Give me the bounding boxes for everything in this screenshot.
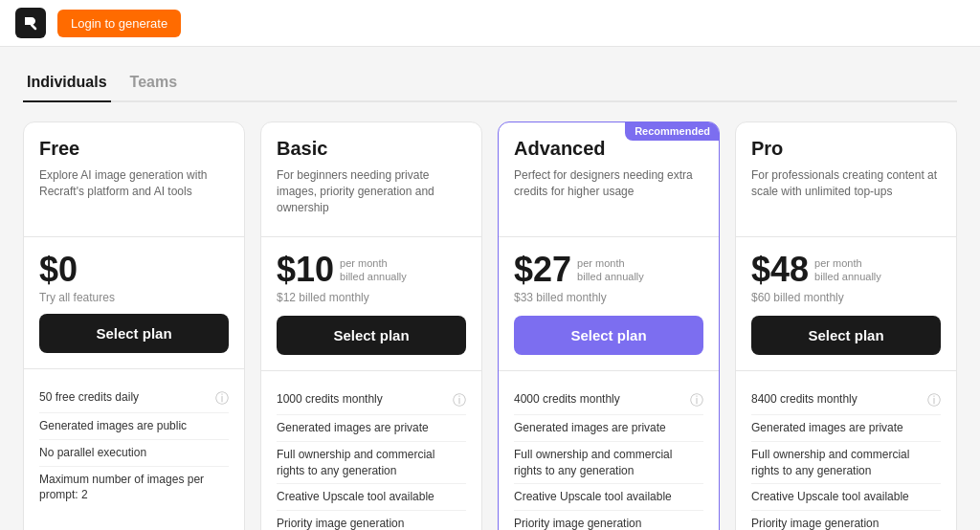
feature-item: Generated images are private bbox=[514, 415, 703, 442]
feature-item: Creative Upscale tool available bbox=[277, 484, 466, 511]
info-icon: ⓘ bbox=[927, 392, 941, 409]
price-amount: $48 bbox=[751, 253, 809, 287]
feature-text: Maximum number of images per prompt: 2 bbox=[39, 472, 229, 504]
feature-text: Priority image generation bbox=[277, 516, 466, 530]
recommended-badge: Recommended bbox=[625, 121, 720, 141]
plan-pricing: $10 per month billed annually $12 billed… bbox=[261, 237, 481, 371]
plan-name: Pro bbox=[751, 138, 941, 160]
tab-individuals[interactable]: Individuals bbox=[23, 66, 111, 102]
tab-teams[interactable]: Teams bbox=[126, 66, 182, 102]
feature-item: Full ownership and commercial rights to … bbox=[277, 442, 466, 485]
top-bar: Login to generate bbox=[0, 0, 980, 47]
plan-desc: Perfect for designers needing extra cred… bbox=[514, 167, 703, 200]
plan-header: Free Explore AI image generation with Re… bbox=[24, 122, 244, 237]
price-period: per month bbox=[577, 256, 644, 270]
tabs: IndividualsTeams bbox=[23, 66, 957, 102]
feature-text: Full ownership and commercial rights to … bbox=[277, 447, 466, 479]
feature-item: Creative Upscale tool available bbox=[514, 484, 703, 511]
plans-grid: Free Explore AI image generation with Re… bbox=[23, 121, 957, 530]
login-button[interactable]: Login to generate bbox=[57, 10, 181, 37]
feature-text: 50 free credits daily bbox=[39, 389, 212, 406]
feature-item: Priority image generation bbox=[751, 511, 941, 530]
plan-card-pro: Pro For professionals creating content a… bbox=[735, 121, 957, 530]
select-plan-button-pro[interactable]: Select plan bbox=[751, 316, 941, 355]
info-icon: ⓘ bbox=[215, 390, 229, 408]
plan-desc: For professionals creating content at sc… bbox=[751, 167, 941, 200]
feature-text: Full ownership and commercial rights to … bbox=[751, 447, 941, 479]
info-icon: ⓘ bbox=[690, 392, 703, 409]
try-label: Try all features bbox=[39, 291, 229, 304]
plan-header: Pro For professionals creating content a… bbox=[736, 122, 956, 237]
plan-header: Basic For beginners needing private imag… bbox=[261, 122, 481, 237]
info-icon: ⓘ bbox=[453, 392, 466, 409]
feature-item: No parallel execution bbox=[39, 440, 229, 467]
plan-pricing: $48 per month billed annually $60 billed… bbox=[736, 237, 956, 371]
plan-features: 4000 credits monthly ⓘ Generated images … bbox=[499, 371, 719, 530]
plan-card-basic: Basic For beginners needing private imag… bbox=[260, 121, 482, 530]
price-monthly-note: $33 billed monthly bbox=[514, 291, 703, 304]
select-plan-button-advanced[interactable]: Select plan bbox=[514, 316, 703, 355]
price-period: per month bbox=[340, 256, 407, 270]
plan-pricing: $27 per month billed annually $33 billed… bbox=[499, 237, 719, 371]
feature-item: 8400 credits monthly ⓘ bbox=[751, 386, 941, 415]
select-plan-button-basic[interactable]: Select plan bbox=[277, 316, 466, 355]
price-billed: billed annually bbox=[814, 270, 881, 283]
feature-text: Generated images are private bbox=[751, 420, 941, 436]
price-amount: $0 bbox=[39, 253, 78, 287]
price-meta: per month billed annually bbox=[814, 253, 881, 284]
feature-text: 8400 credits monthly bbox=[751, 391, 924, 408]
plan-name: Advanced bbox=[514, 138, 703, 160]
feature-text: Generated images are private bbox=[514, 420, 703, 436]
feature-text: Creative Upscale tool available bbox=[514, 489, 703, 505]
feature-text: 4000 credits monthly bbox=[514, 391, 686, 408]
price-monthly-note: $12 billed monthly bbox=[277, 291, 466, 304]
feature-text: Full ownership and commercial rights to … bbox=[514, 447, 703, 479]
feature-item: Priority image generation bbox=[277, 511, 466, 530]
feature-text: Priority image generation bbox=[514, 516, 703, 530]
feature-item: 50 free credits daily ⓘ bbox=[39, 385, 229, 413]
logo bbox=[15, 8, 46, 38]
price-billed: billed annually bbox=[577, 270, 644, 283]
plan-pricing: $0 Try all features Select plan bbox=[24, 237, 244, 369]
feature-text: Generated images are private bbox=[277, 420, 466, 436]
plan-name: Basic bbox=[277, 138, 466, 160]
price-amount: $27 bbox=[514, 253, 571, 287]
plan-card-free: Free Explore AI image generation with Re… bbox=[23, 121, 245, 530]
feature-text: 1000 credits monthly bbox=[277, 391, 449, 408]
feature-text: Creative Upscale tool available bbox=[751, 489, 941, 505]
price-billed: billed annually bbox=[340, 270, 407, 283]
select-plan-button-free[interactable]: Select plan bbox=[39, 314, 229, 353]
plan-features: 8400 credits monthly ⓘ Generated images … bbox=[736, 371, 956, 530]
feature-text: No parallel execution bbox=[39, 445, 229, 461]
price-meta: per month billed annually bbox=[577, 253, 644, 284]
feature-item: Generated images are public bbox=[39, 413, 229, 440]
feature-item: Generated images are private bbox=[751, 415, 941, 442]
feature-item: Full ownership and commercial rights to … bbox=[751, 442, 941, 485]
plan-desc: Explore AI image generation with Recraft… bbox=[39, 167, 229, 200]
plan-features: 50 free credits daily ⓘ Generated images… bbox=[24, 369, 244, 530]
feature-text: Priority image generation bbox=[751, 516, 941, 530]
plan-card-advanced: Recommended Advanced Perfect for designe… bbox=[498, 121, 720, 530]
feature-item: Priority image generation bbox=[514, 511, 703, 530]
plan-features: 1000 credits monthly ⓘ Generated images … bbox=[261, 371, 481, 530]
plan-name: Free bbox=[39, 138, 229, 160]
feature-text: Generated images are public bbox=[39, 418, 229, 434]
price-monthly-note: $60 billed monthly bbox=[751, 291, 941, 304]
feature-item: Generated images are private bbox=[277, 415, 466, 442]
price-amount: $10 bbox=[277, 253, 334, 287]
price-meta: per month billed annually bbox=[340, 253, 407, 284]
feature-item: 1000 credits monthly ⓘ bbox=[277, 386, 466, 415]
feature-item: Maximum number of images per prompt: 2 bbox=[39, 467, 229, 509]
feature-item: Full ownership and commercial rights to … bbox=[514, 442, 703, 485]
feature-text: Creative Upscale tool available bbox=[277, 489, 466, 505]
price-period: per month bbox=[814, 256, 881, 270]
feature-item: Creative Upscale tool available bbox=[751, 484, 941, 511]
plan-desc: For beginners needing private images, pr… bbox=[277, 167, 466, 215]
feature-item: 4000 credits monthly ⓘ bbox=[514, 386, 703, 415]
